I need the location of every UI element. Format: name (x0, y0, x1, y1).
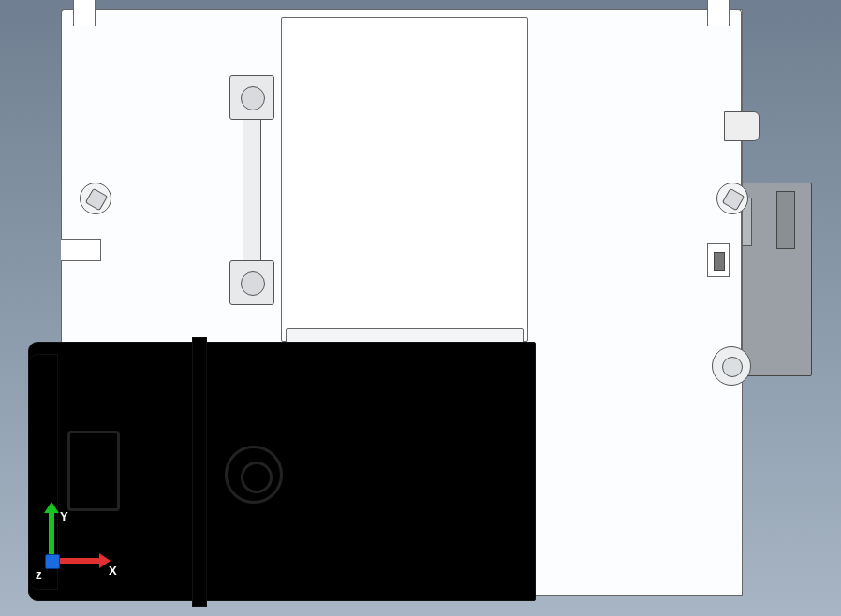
standoff-bottom (229, 260, 274, 305)
motor-connector-slot (67, 431, 120, 511)
bracket-slot (776, 191, 795, 249)
servo-motor-endcap (28, 354, 58, 590)
top-notch-left (73, 0, 96, 26)
motor-shaft-face (225, 446, 283, 504)
right-side-sensor (707, 243, 730, 277)
top-right-stud (724, 111, 760, 141)
standoff-top (229, 75, 274, 120)
top-notch-right (707, 0, 730, 26)
cad-3d-viewport[interactable]: Y X z (0, 0, 841, 616)
motor-clamp-band (192, 337, 207, 607)
hex-screw-right (716, 183, 748, 214)
center-cover-panel (281, 17, 528, 342)
side-bracket (740, 183, 812, 376)
left-side-slot (61, 239, 101, 261)
hex-screw-left (80, 183, 111, 214)
standoff-bar (243, 118, 261, 260)
round-boss (712, 346, 751, 386)
